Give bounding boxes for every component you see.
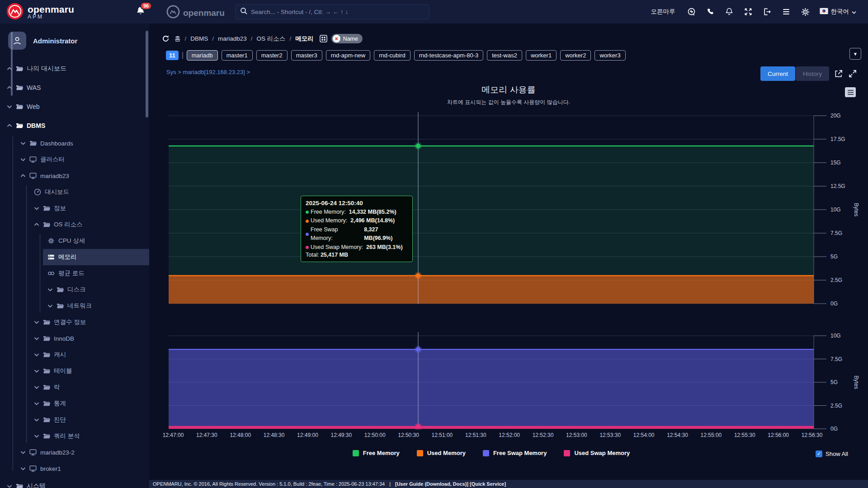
- server-tag-worker3[interactable]: worker3: [594, 50, 625, 61]
- chart-context-menu-button[interactable]: [845, 87, 856, 97]
- sidebar-item-cluster[interactable]: 클러스터: [0, 151, 149, 168]
- sidebar-item-connections[interactable]: 연결수 정보: [0, 314, 149, 330]
- server-tag-mariadb[interactable]: mariadb: [187, 50, 218, 61]
- breadcrumb-dbms[interactable]: DBMS: [190, 35, 208, 42]
- chevron-down-icon[interactable]: [20, 466, 26, 471]
- sidebar-item-innodb[interactable]: InnoDB: [0, 330, 149, 347]
- history-button[interactable]: History: [796, 66, 829, 81]
- sidebar-item-mariadb23[interactable]: mariadb23: [0, 168, 149, 184]
- sidebar-item-was[interactable]: WAS: [0, 78, 149, 97]
- chevron-down-icon[interactable]: [34, 401, 39, 406]
- chevron-down-icon[interactable]: [47, 287, 53, 292]
- name-filter-chip[interactable]: × Name: [331, 34, 363, 43]
- show-all-label: Show All: [826, 450, 848, 457]
- sidebar-item-table[interactable]: 테이블: [0, 363, 149, 379]
- notifications-button[interactable]: 96: [136, 6, 147, 18]
- chevron-down-icon[interactable]: [34, 206, 39, 211]
- chevron-down-icon[interactable]: [34, 385, 39, 390]
- server-tag-master1[interactable]: master1: [222, 50, 253, 61]
- chart-subtitle: 차트에 표시되는 값이 높을수록 사용량이 많습니다.: [149, 99, 868, 106]
- sidebar-item-load-average[interactable]: 평균 로드: [0, 265, 149, 282]
- sidebar-item-cache[interactable]: 캐시: [0, 347, 149, 363]
- chevron-down-icon[interactable]: [34, 352, 39, 357]
- sidebar-item-info[interactable]: 정보: [0, 200, 149, 216]
- openmaru-logo-secondary[interactable]: openmaru: [166, 5, 225, 21]
- legend-item-free-memory[interactable]: Free Memory: [353, 450, 400, 456]
- refresh-icon[interactable]: [161, 34, 170, 43]
- sidebar-item-dashboards[interactable]: Dashboards: [0, 135, 149, 151]
- current-button[interactable]: Current: [760, 66, 795, 81]
- sidebar-item-network[interactable]: 네트워크: [0, 298, 149, 314]
- sidebar-item-dbms[interactable]: DBMS: [0, 116, 149, 135]
- breadcrumb-os-resource[interactable]: OS 리소스: [257, 35, 286, 43]
- chevron-down-icon[interactable]: [20, 141, 26, 146]
- sidebar-item-system[interactable]: 시스템: [0, 477, 149, 488]
- chevron-down-icon[interactable]: [34, 368, 39, 374]
- breadcrumb-mariadb23[interactable]: mariadb23: [218, 35, 247, 42]
- open-external-icon[interactable]: [834, 69, 843, 79]
- chevron-down-icon[interactable]: [7, 483, 12, 488]
- remove-filter-icon[interactable]: ×: [333, 35, 340, 42]
- gear-icon: [47, 237, 55, 244]
- server-tag-test-was2[interactable]: test-was2: [487, 50, 522, 61]
- global-search[interactable]: [235, 4, 429, 19]
- show-all-toggle[interactable]: ✓ Show All: [816, 450, 848, 457]
- sidebar-scrollbar[interactable]: [11, 32, 13, 96]
- legend-item-used-memory[interactable]: Used Memory: [417, 450, 466, 456]
- language-selector[interactable]: 한국어: [820, 8, 857, 16]
- sidebar-item-query-analysis[interactable]: 쿼리 분석: [0, 428, 149, 444]
- chevron-down-icon[interactable]: [34, 336, 39, 341]
- chevron-up-icon[interactable]: [34, 222, 39, 227]
- menu-icon[interactable]: [782, 7, 791, 17]
- logout-icon[interactable]: [763, 7, 772, 17]
- sidebar-item-label: 통계: [54, 399, 66, 408]
- phone-icon[interactable]: [706, 7, 715, 17]
- user-profile[interactable]: Administrator: [8, 32, 77, 50]
- server-tag-worker1[interactable]: worker1: [526, 50, 557, 61]
- sidebar-item-disk[interactable]: 디스크: [0, 282, 149, 298]
- chevron-up-icon[interactable]: [7, 123, 12, 128]
- sidebar-item-stats[interactable]: 통계: [0, 395, 149, 412]
- search-input[interactable]: [251, 9, 425, 15]
- expand-arrows-icon[interactable]: [744, 7, 753, 17]
- language-chevron-icon: [852, 9, 856, 15]
- chevron-down-icon[interactable]: [20, 157, 26, 162]
- legend-item-used-swap-memory[interactable]: Used Swap Memory: [564, 450, 630, 456]
- sidebar-item-my-dashboard[interactable]: 나의 대시보드: [0, 59, 149, 78]
- show-all-checkbox[interactable]: ✓: [816, 450, 822, 457]
- apm-monitor-icon[interactable]: [687, 7, 696, 17]
- sidebar-item-cpu-detail[interactable]: CPU 상세: [0, 233, 149, 249]
- chevron-down-icon[interactable]: [34, 319, 39, 325]
- chevron-down-icon[interactable]: [20, 450, 26, 455]
- sidebar-item-memory[interactable]: 메모리: [0, 249, 149, 265]
- legend-item-free-swap-memory[interactable]: Free Swap Memory: [483, 450, 547, 456]
- breadcrumb-home[interactable]: 홈: [175, 35, 181, 43]
- server-tag-rnd-cubird[interactable]: rnd-cubird: [374, 50, 410, 61]
- instance-path-link[interactable]: Sys > mariadb[192.168.23.23] >: [166, 69, 250, 75]
- sidebar-item-broker1[interactable]: broker1: [0, 460, 149, 477]
- footer-links[interactable]: [User Guide (Download, Docs)] [Quick Ser…: [395, 481, 506, 487]
- server-tag-master2[interactable]: master2: [256, 50, 288, 61]
- settings-gear-icon[interactable]: [801, 7, 810, 17]
- sidebar-item-diagnosis[interactable]: 진단: [0, 412, 149, 428]
- chevron-down-icon[interactable]: [7, 104, 12, 109]
- server-tag-rnd-apm-new[interactable]: rnd-apm-new: [326, 50, 371, 61]
- sidebar-item-dashboard[interactable]: 대시보드: [0, 184, 149, 200]
- chevron-up-icon[interactable]: [20, 173, 26, 178]
- chevron-down-icon[interactable]: [34, 433, 39, 439]
- server-tag-worker2[interactable]: worker2: [560, 50, 591, 61]
- sidebar-item-mariadb23-2[interactable]: mariadb23-2: [0, 444, 149, 460]
- header-bell-icon[interactable]: [725, 7, 734, 17]
- main-scrollbar[interactable]: [146, 31, 148, 117]
- grid-view-icon[interactable]: [320, 35, 327, 42]
- sidebar-item-lock[interactable]: 락: [0, 379, 149, 395]
- chevron-down-icon[interactable]: [34, 417, 39, 422]
- server-tag-rnd-testcase-apm-80-3[interactable]: rnd-testcase-apm-80-3: [414, 50, 484, 61]
- tags-dropdown-button[interactable]: ▼: [849, 48, 861, 60]
- openmaru-apm-logo[interactable]: openmaru APM: [6, 3, 74, 22]
- sidebar-item-web[interactable]: Web: [0, 97, 149, 116]
- chevron-down-icon[interactable]: [47, 303, 53, 309]
- server-tag-master3[interactable]: master3: [291, 50, 322, 61]
- fullscreen-icon[interactable]: [848, 69, 857, 79]
- sidebar-item-os-resource[interactable]: OS 리소스: [0, 216, 149, 233]
